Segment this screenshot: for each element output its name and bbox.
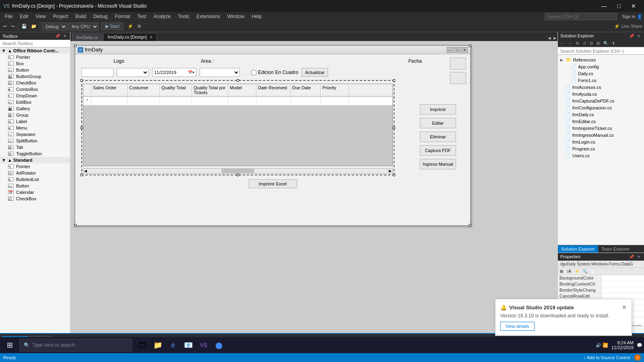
se-item-program[interactable]: 📄 Program.cs	[559, 145, 643, 152]
se-search-input[interactable]	[558, 48, 644, 55]
toolbox-item-adrotator[interactable]: ◫AdRotator	[0, 170, 70, 176]
cell-3[interactable]	[160, 97, 192, 105]
toolbox-item-menu[interactable]: ≡Menu	[0, 125, 70, 131]
edicion-checkbox[interactable]	[251, 70, 256, 75]
design-canvas[interactable]: F frmDaily — □ ✕ Fecha	[70, 41, 557, 333]
calendar-dropdown-icon[interactable]: 📅▾	[188, 70, 194, 74]
menu-tools[interactable]: Tools	[175, 13, 192, 20]
tab-nav-left[interactable]: ◀	[547, 35, 552, 41]
ingreso-manual-button[interactable]: Ingreso Manual	[420, 159, 456, 169]
minimize-button[interactable]: —	[597, 0, 612, 12]
cell-5[interactable]	[228, 97, 256, 105]
toolbar-misc-2[interactable]: ⚙	[136, 23, 143, 30]
cell-6[interactable]	[256, 97, 291, 105]
notifications-icon[interactable]: 💬	[637, 343, 642, 348]
close-button[interactable]: ✕	[626, 0, 641, 12]
toolbox-item-splitbutton[interactable]: ▭SplitButton	[0, 138, 70, 144]
se-toolbar-collapse[interactable]: ⊟	[588, 41, 594, 46]
open-button[interactable]: 📁	[29, 23, 38, 30]
horizontal-scrollbar[interactable]: ◀ ▶	[83, 168, 393, 174]
se-item-frmeditar[interactable]: 📄 frmEditar.cs	[559, 118, 643, 125]
se-item-users[interactable]: 📄 Users.cs	[559, 152, 643, 159]
notification-close-button[interactable]: ✕	[622, 304, 627, 311]
start-menu-button[interactable]: ⊞	[2, 337, 18, 353]
scroll-left-btn[interactable]: ◀	[84, 169, 87, 173]
se-item-frmconfig[interactable]: 📄 frmConfiguracion.cs	[559, 104, 643, 111]
text-input-1[interactable]	[81, 68, 114, 77]
tab-frmdaily-cs[interactable]: frmDaily.cs	[72, 33, 103, 41]
se-toolbar-expand[interactable]: ⊞	[595, 41, 601, 46]
menu-help[interactable]: Help	[248, 13, 265, 20]
toolbox-item-combobox[interactable]: ▾ComboBox	[0, 86, 70, 93]
config-dropdown[interactable]: Debug	[42, 23, 67, 31]
handle-br[interactable]	[469, 224, 471, 226]
editar-button[interactable]: Editar	[420, 118, 456, 128]
menu-analyze[interactable]: Analyze	[150, 13, 174, 20]
menu-debug[interactable]: Debug	[90, 13, 111, 20]
cell-7[interactable]	[291, 97, 321, 105]
prop-sort-btn[interactable]: ↕A	[565, 269, 572, 274]
captura-pdf-button[interactable]: Captura PDF	[420, 145, 456, 156]
prop-search-btn[interactable]: 🔍	[581, 269, 588, 274]
toolbox-item-dropdown[interactable]: ▿DropDown	[0, 93, 70, 99]
prop-page-btn[interactable]: 📄	[589, 269, 597, 274]
toolbox-item-tab[interactable]: ⊟Tab	[0, 144, 70, 150]
menu-project[interactable]: Project	[50, 13, 71, 20]
undo-button[interactable]: ↩	[2, 23, 8, 30]
handle-tr[interactable]	[469, 45, 471, 47]
se-item-frmayuda[interactable]: 📄 frmAyuda.cs	[559, 90, 643, 97]
menu-extensions[interactable]: Extensions	[193, 13, 223, 20]
taskbar-app-mail[interactable]: 📧	[181, 338, 196, 352]
toolbox-item-group[interactable]: ⊞Group	[0, 112, 70, 118]
menu-edit[interactable]: Edit	[17, 13, 31, 20]
tab-nav-right[interactable]: ▶	[553, 35, 557, 41]
toolbox-item-gallery[interactable]: ▦Gallery	[0, 105, 70, 112]
se-item-frmimprimir[interactable]: 📄 frmImprimirTicket.cs	[559, 125, 643, 132]
handle-corner-tl[interactable]	[80, 79, 83, 82]
toolbox-close-button[interactable]: ✕	[62, 33, 68, 39]
taskbar-app-view[interactable]: 🗔	[135, 338, 150, 352]
menu-format[interactable]: Format	[111, 13, 133, 20]
se-item-frmaccesos[interactable]: 📄 frmAccesos.cs	[559, 84, 643, 90]
se-close-button[interactable]: ✕	[636, 33, 642, 39]
redo-button[interactable]: ↪	[9, 23, 16, 30]
menu-view[interactable]: View	[32, 13, 49, 20]
form-maximize-btn[interactable]: □	[454, 47, 460, 53]
toolbox-item-pointer[interactable]: ↖Pointer	[0, 54, 70, 60]
handle-corner-br[interactable]	[393, 174, 395, 176]
dropdown-1[interactable]	[117, 68, 149, 77]
toolbox-item-calendar[interactable]: 📅Calendar	[0, 189, 70, 195]
tab-team-explorer[interactable]: Team Explorer	[598, 245, 633, 253]
menu-window[interactable]: Window	[224, 13, 248, 20]
se-item-appconfig[interactable]: 📄 App.config	[559, 63, 643, 70]
prop-value[interactable]	[601, 275, 644, 281]
save-button[interactable]: 💾	[20, 23, 29, 30]
imprimir-excel-button[interactable]: Imprimir Excel	[249, 179, 297, 188]
toolbox-item-bulletedlist[interactable]: ≡BulletedList	[0, 176, 70, 183]
toolbox-item-togglebutton[interactable]: ⊡ToggleButton	[0, 150, 70, 157]
notification-action-button[interactable]: View details	[500, 322, 535, 331]
maximize-button[interactable]: □	[613, 0, 625, 12]
platform-dropdown[interactable]: Any CPU	[68, 23, 99, 31]
se-item-frmdaily[interactable]: 📄 frmDaily.cs	[559, 111, 643, 118]
handle-l[interactable]	[80, 127, 83, 129]
form-close-btn[interactable]: ✕	[461, 47, 468, 53]
properties-pin-button[interactable]: 📌	[628, 254, 635, 259]
menu-search-input[interactable]	[545, 13, 617, 20]
eliminar-button[interactable]: Eliminar	[420, 132, 456, 142]
tab-solution-explorer[interactable]: Solution Explorer	[558, 245, 598, 253]
toolbox-item-std-button[interactable]: ▭Button	[0, 183, 70, 189]
se-toolbar-git[interactable]: ⬆	[610, 41, 617, 46]
toolbox-item-std-checkbox[interactable]: ☑CheckBox	[0, 195, 70, 202]
toolbox-item-editbox[interactable]: ▭EditBox	[0, 99, 70, 105]
se-toolbar-refresh[interactable]: ↺	[581, 41, 588, 46]
toolbox-section-ribbon[interactable]: ▼ ▲ Office Ribbon Contr...	[0, 47, 70, 54]
taskbar-app-edge[interactable]: e	[166, 338, 180, 352]
taskbar-app-explorer[interactable]: 📁	[151, 338, 165, 352]
toolbox-search-input[interactable]	[0, 40, 70, 47]
form-minimize-btn[interactable]: —	[447, 47, 453, 53]
handle-r[interactable]	[393, 127, 395, 129]
se-item-frmingresom[interactable]: 📄 frmIngresoManual.cs	[559, 132, 643, 138]
handle-corner-bl[interactable]	[80, 174, 83, 176]
toolbar-misc-1[interactable]: ⚡	[126, 23, 135, 30]
